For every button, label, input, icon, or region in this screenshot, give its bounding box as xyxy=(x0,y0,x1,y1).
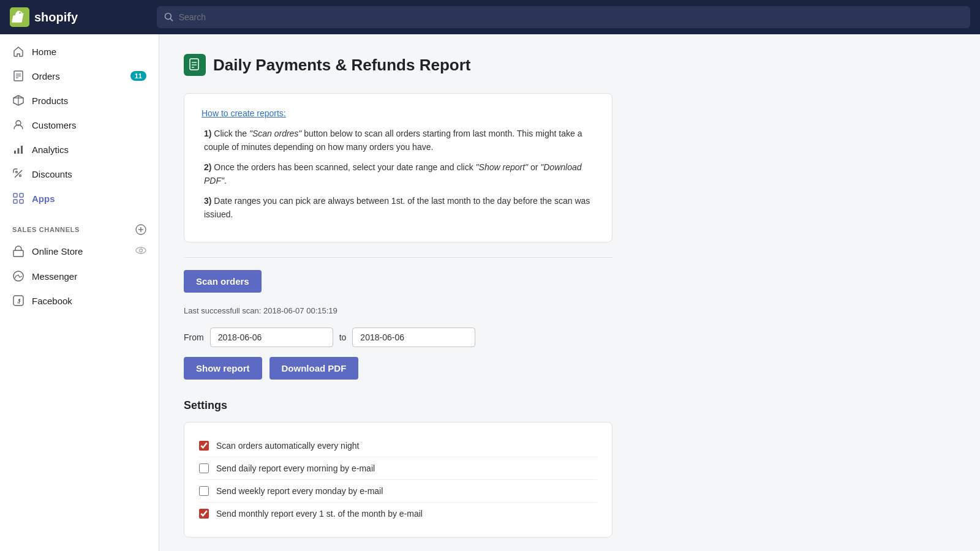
sidebar-item-products-label: Products xyxy=(32,96,68,106)
discounts-icon xyxy=(12,168,24,180)
sidebar-item-online-store-label: Online Store xyxy=(32,246,83,257)
svg-rect-17 xyxy=(13,200,17,203)
sales-channels-title: SALES CHANNELS xyxy=(12,226,80,233)
add-sales-channel-button[interactable] xyxy=(135,224,146,235)
home-icon xyxy=(12,45,24,58)
svg-point-24 xyxy=(140,249,143,252)
svg-rect-16 xyxy=(20,193,23,197)
apps-icon xyxy=(12,192,24,204)
to-date-input[interactable] xyxy=(352,328,475,347)
sidebar-item-customers-label: Customers xyxy=(32,120,77,130)
page-header: Daily Payments & Refunds Report xyxy=(184,54,956,76)
date-range-row: From to xyxy=(184,328,612,347)
to-label: to xyxy=(339,332,347,342)
sidebar-nav: Home Orders 11 Products xyxy=(0,34,159,216)
svg-rect-27 xyxy=(190,59,198,70)
svg-rect-12 xyxy=(21,146,23,154)
sidebar-item-facebook-label: Facebook xyxy=(32,296,72,306)
step-1-text: Click the "Scan ordres" button below to … xyxy=(204,129,582,152)
checkbox-auto-scan: Scan orders automatically every night xyxy=(199,435,597,457)
last-scan-value: 2018-06-07 00:15:19 xyxy=(263,306,337,315)
svg-rect-22 xyxy=(13,250,23,257)
scan-orders-button[interactable]: Scan orders xyxy=(184,270,262,293)
facebook-icon xyxy=(12,294,24,307)
store-icon xyxy=(12,246,24,258)
sidebar-item-customers[interactable]: Customers xyxy=(0,113,159,137)
auto-scan-checkbox[interactable] xyxy=(199,441,209,451)
sidebar-item-facebook[interactable]: Facebook xyxy=(0,288,159,313)
sidebar-item-messenger-label: Messenger xyxy=(32,271,77,282)
svg-point-14 xyxy=(20,175,21,177)
online-store-eye-icon[interactable] xyxy=(135,245,146,258)
page-icon xyxy=(184,54,206,76)
from-date-input[interactable] xyxy=(210,328,333,347)
sales-channels-section: SALES CHANNELS xyxy=(0,216,159,239)
sidebar-item-analytics[interactable]: Analytics xyxy=(0,137,159,162)
products-icon xyxy=(12,94,24,107)
sidebar-item-apps[interactable]: Apps xyxy=(0,186,159,211)
svg-line-2 xyxy=(170,18,172,20)
svg-rect-18 xyxy=(20,200,23,203)
sidebar-item-analytics-label: Analytics xyxy=(32,144,69,155)
topbar: shopify xyxy=(0,0,980,34)
sidebar-item-home[interactable]: Home xyxy=(0,39,159,64)
auto-scan-label[interactable]: Scan orders automatically every night xyxy=(216,441,359,451)
step-2-text: Once the orders has been scanned, select… xyxy=(204,162,582,186)
how-to-step-3: 3) Date ranges you can pick are always b… xyxy=(202,194,595,222)
sidebar-item-discounts-label: Discounts xyxy=(32,169,72,179)
svg-rect-10 xyxy=(14,151,16,154)
settings-title: Settings xyxy=(184,399,612,412)
weekly-email-checkbox[interactable] xyxy=(199,486,209,496)
search-bar[interactable] xyxy=(157,6,970,28)
from-label: From xyxy=(184,332,204,342)
show-report-button[interactable]: Show report xyxy=(184,357,262,380)
weekly-email-label[interactable]: Send weekly report every monday by e-mai… xyxy=(216,486,383,496)
sidebar-item-products[interactable]: Products xyxy=(0,88,159,113)
orders-icon xyxy=(12,70,24,82)
svg-point-13 xyxy=(16,171,18,173)
main-content: Daily Payments & Refunds Report How to c… xyxy=(159,34,980,551)
sidebar-item-discounts[interactable]: Discounts xyxy=(0,162,159,186)
checkbox-daily-email: Send daily report every morning by e-mai… xyxy=(199,457,597,480)
analytics-icon xyxy=(12,143,24,156)
customers-icon xyxy=(12,119,24,131)
download-pdf-button[interactable]: Download PDF xyxy=(270,357,359,380)
settings-section: Settings Scan orders automatically every… xyxy=(184,399,612,538)
action-section: Scan orders Last successfull scan: 2018-… xyxy=(184,257,612,380)
logo: shopify xyxy=(10,7,145,27)
monthly-email-checkbox[interactable] xyxy=(199,509,209,519)
layout: Home Orders 11 Products xyxy=(0,34,980,551)
report-buttons: Show report Download PDF xyxy=(184,357,612,380)
daily-email-checkbox[interactable] xyxy=(199,463,209,473)
checkbox-monthly-email: Send monthly report every 1 st. of the m… xyxy=(199,503,597,525)
how-to-step-2: 2) Once the orders has been scanned, sel… xyxy=(202,160,595,188)
how-to-step-1: 1) Click the "Scan ordres" button below … xyxy=(202,127,595,154)
svg-point-23 xyxy=(136,247,146,253)
sidebar-item-orders[interactable]: Orders 11 xyxy=(0,64,159,88)
sidebar-item-online-store[interactable]: Online Store xyxy=(0,239,159,264)
how-to-section: How to create reports: 1) Click the "Sca… xyxy=(184,93,612,242)
sidebar-item-orders-label: Orders xyxy=(32,71,60,81)
orders-badge: 11 xyxy=(130,71,146,81)
page-title: Daily Payments & Refunds Report xyxy=(213,56,470,75)
monthly-email-label[interactable]: Send monthly report every 1 st. of the m… xyxy=(216,509,423,519)
daily-email-label[interactable]: Send daily report every morning by e-mai… xyxy=(216,463,375,473)
last-scan-info: Last successfull scan: 2018-06-07 00:15:… xyxy=(184,306,612,315)
sidebar-item-apps-label: Apps xyxy=(32,193,55,204)
search-input[interactable] xyxy=(179,12,963,22)
svg-rect-11 xyxy=(18,148,20,154)
settings-card: Scan orders automatically every night Se… xyxy=(184,422,612,538)
sidebar: Home Orders 11 Products xyxy=(0,34,159,551)
how-to-title[interactable]: How to create reports: xyxy=(202,108,595,118)
sidebar-item-messenger[interactable]: Messenger xyxy=(0,264,159,288)
logo-text: shopify xyxy=(34,10,78,24)
sidebar-item-home-label: Home xyxy=(32,47,56,57)
step-3-text: Date ranges you can pick are always betw… xyxy=(204,196,590,219)
messenger-icon xyxy=(12,270,24,282)
svg-rect-15 xyxy=(13,193,17,197)
last-scan-label: Last successfull scan: xyxy=(184,306,261,315)
checkbox-weekly-email: Send weekly report every monday by e-mai… xyxy=(199,480,597,503)
